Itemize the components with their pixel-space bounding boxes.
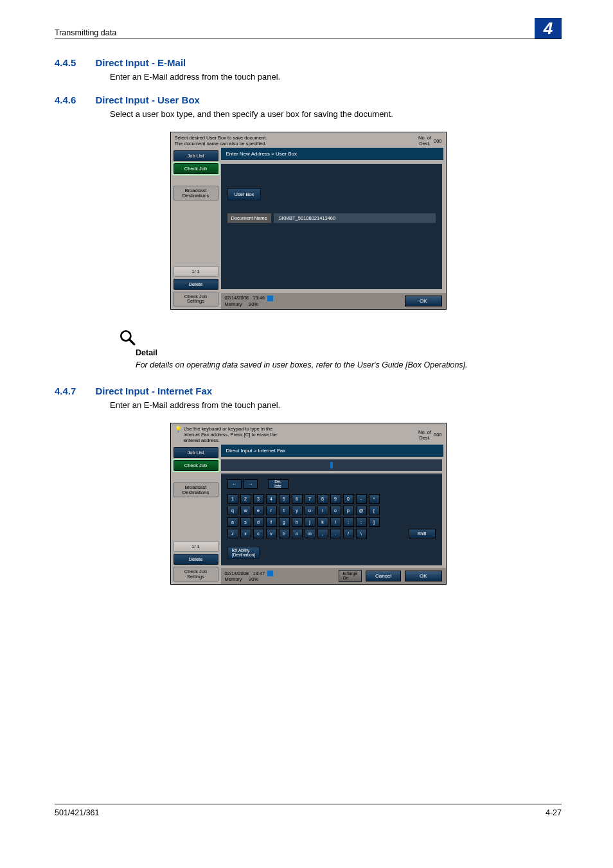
- key-o[interactable]: o: [330, 506, 341, 515]
- section-title: Direct Input - E-Mail: [95, 57, 186, 68]
- status-date: 02/14/2008: [225, 571, 249, 576]
- key-t[interactable]: t: [279, 506, 290, 515]
- key-h[interactable]: h: [292, 517, 303, 527]
- key-r[interactable]: r: [266, 506, 277, 515]
- key-j[interactable]: j: [305, 517, 315, 527]
- key-c[interactable]: c: [253, 529, 264, 538]
- key-n[interactable]: n: [292, 529, 303, 538]
- check-job-button[interactable]: Check Job: [173, 460, 218, 471]
- arrow-right-button[interactable]: →: [244, 479, 258, 489]
- section-title: Direct Input - Internet Fax: [95, 385, 212, 396]
- page-indicator[interactable]: 1/ 1: [173, 266, 218, 277]
- section-badge: 4: [535, 18, 562, 39]
- text-cursor: [330, 462, 333, 468]
- key-m[interactable]: m: [305, 529, 315, 538]
- key-.[interactable]: .: [330, 529, 341, 538]
- key-8[interactable]: 8: [317, 494, 328, 504]
- dest-count: 000: [434, 432, 442, 438]
- key-@[interactable]: @: [356, 506, 367, 515]
- text-input[interactable]: [221, 459, 442, 471]
- section-body: Select a user box type, and then specify…: [110, 109, 562, 119]
- key-v[interactable]: v: [266, 529, 277, 538]
- key-][interactable]: ]: [369, 517, 380, 527]
- ok-button[interactable]: OK: [405, 571, 442, 581]
- dest-label: No. of Dest.: [418, 429, 431, 441]
- key-/[interactable]: /: [343, 529, 354, 538]
- key-y[interactable]: y: [292, 506, 303, 515]
- section-heading-445: 4.4.5 Direct Input - E-Mail: [55, 57, 562, 68]
- page-indicator[interactable]: 1/ 1: [173, 541, 218, 552]
- key-z[interactable]: z: [227, 529, 238, 538]
- arrow-left-button[interactable]: ←: [227, 479, 242, 489]
- key-i[interactable]: i: [317, 506, 328, 515]
- page-header: Transmitting data 4: [55, 18, 562, 39]
- delete-button[interactable]: Delete: [173, 279, 218, 290]
- document-name-value[interactable]: SKMBT_50108021413460: [274, 213, 436, 223]
- key-^[interactable]: ^: [369, 494, 380, 504]
- key-q[interactable]: q: [227, 506, 238, 515]
- key-a[interactable]: a: [227, 517, 238, 527]
- instruction-text: Use the keyboard or keypad to type in th…: [184, 426, 278, 443]
- lightbulb-icon: 💡: [175, 426, 182, 443]
- section-number: 4.4.7: [55, 385, 76, 396]
- cancel-button[interactable]: Cancel: [366, 571, 401, 581]
- section-body: Enter an E-Mail address from the touch p…: [110, 400, 562, 410]
- key-w[interactable]: w: [240, 506, 251, 515]
- detail-callout: Detail For details on operating data sav…: [119, 329, 562, 371]
- memory-pct: 90%: [249, 576, 258, 582]
- key-l[interactable]: l: [330, 517, 341, 527]
- broadcast-dest-button[interactable]: Broadcast Destinations: [173, 483, 218, 497]
- key-6[interactable]: 6: [292, 494, 303, 504]
- check-job-button[interactable]: Check Job: [173, 163, 218, 174]
- screenshot-internetfax: 💡 Use the keyboard or keypad to type in …: [170, 423, 447, 585]
- key-g[interactable]: g: [279, 517, 290, 527]
- key-d[interactable]: d: [253, 517, 264, 527]
- key-:[interactable]: :: [356, 517, 367, 527]
- ok-button[interactable]: OK: [405, 296, 442, 306]
- key-1[interactable]: 1: [227, 494, 238, 504]
- key-u[interactable]: u: [305, 506, 315, 515]
- key-7[interactable]: 7: [305, 494, 315, 504]
- memory-label: Memory: [225, 576, 242, 582]
- shift-key[interactable]: Shift: [409, 529, 436, 538]
- check-job-settings-button[interactable]: Check Job Settings: [173, 567, 218, 581]
- job-list-button[interactable]: Job List: [173, 447, 218, 458]
- broadcast-dest-button[interactable]: Broadcast Destinations: [173, 186, 218, 200]
- delete-button[interactable]: Delete: [173, 554, 218, 565]
- key-5[interactable]: 5: [279, 494, 290, 504]
- screenshot-userbox: Select desired User Box to save document…: [170, 132, 447, 310]
- key-e[interactable]: e: [253, 506, 264, 515]
- dest-count: 000: [434, 138, 442, 144]
- key--[interactable]: -: [356, 494, 367, 504]
- key-3[interactable]: 3: [253, 494, 264, 504]
- status-icon: [267, 571, 273, 576]
- header-title: Transmitting data: [55, 28, 116, 37]
- key-k[interactable]: k: [317, 517, 328, 527]
- user-box-button[interactable]: User Box: [227, 188, 262, 200]
- key-b[interactable]: b: [279, 529, 290, 538]
- key-f[interactable]: f: [266, 517, 277, 527]
- rx-ability-button[interactable]: RX Ability (Destination): [227, 547, 260, 559]
- key-\[interactable]: \: [356, 529, 367, 538]
- delete-key[interactable]: De- lete: [268, 479, 289, 489]
- footer-right: 4-27: [546, 808, 562, 817]
- check-job-settings-button[interactable]: Check Job Settings: [173, 292, 218, 306]
- key-2[interactable]: 2: [240, 494, 251, 504]
- key-4[interactable]: 4: [266, 494, 277, 504]
- key-9[interactable]: 9: [330, 494, 341, 504]
- key-s[interactable]: s: [240, 517, 251, 527]
- dest-label: No. of Dest.: [418, 135, 431, 146]
- section-heading-447: 4.4.7 Direct Input - Internet Fax: [55, 385, 562, 396]
- key-p[interactable]: p: [343, 506, 354, 515]
- key-0[interactable]: 0: [343, 494, 354, 504]
- section-heading-446: 4.4.6 Direct Input - User Box: [55, 94, 562, 105]
- enlarge-button[interactable]: Enlarge On: [339, 570, 362, 582]
- key-[[interactable]: [: [369, 506, 380, 515]
- section-number: 4.4.6: [55, 94, 76, 105]
- key-x[interactable]: x: [240, 529, 251, 538]
- memory-label: Memory: [225, 301, 242, 307]
- job-list-button[interactable]: Job List: [173, 150, 218, 161]
- section-title: Direct Input - User Box: [95, 94, 200, 105]
- key-;[interactable]: ;: [343, 517, 354, 527]
- key-,[interactable]: ,: [317, 529, 328, 538]
